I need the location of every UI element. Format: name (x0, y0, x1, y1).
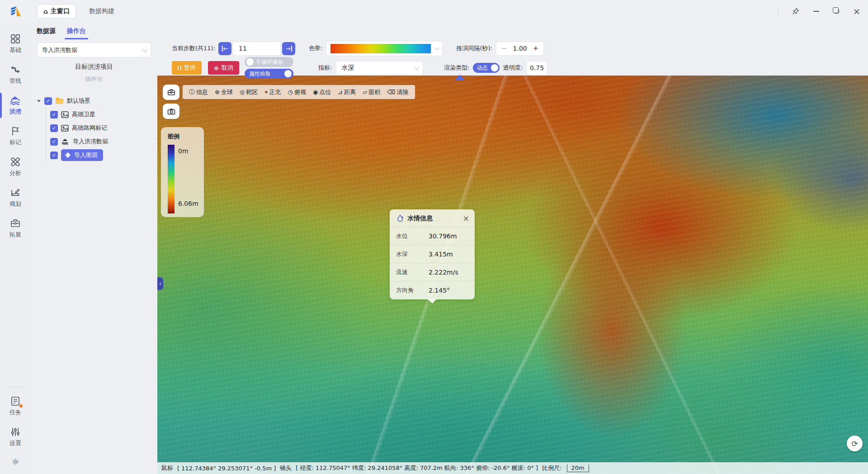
flood-icon (9, 95, 21, 106)
sidebar-item-analysis-label: 分析 (9, 169, 21, 177)
camera-parameters: [ 经度: 112.75047° 纬度: 29.241058° 高度: 707.… (296, 464, 538, 472)
tool-distance[interactable]: ⊿距离 (338, 88, 356, 96)
tool-globe[interactable]: ⊕全球 (215, 88, 233, 96)
close-button[interactable]: × (853, 7, 861, 15)
target-icon: ◎ (240, 89, 245, 95)
minus-button[interactable]: − (501, 44, 507, 52)
pipe-icon (10, 64, 21, 75)
console-subtitle: 操作台 (37, 75, 151, 83)
cancel-button[interactable]: ⊗ 取消 (208, 61, 239, 75)
tab-data-source[interactable]: 数据源 (35, 27, 57, 39)
plus-button[interactable]: + (533, 44, 539, 52)
tool-top-view[interactable]: ◷俯视 (288, 88, 306, 96)
minimize-button[interactable] (812, 7, 820, 15)
sidebar-item-extension[interactable]: 拓展 (0, 213, 31, 244)
popup-row-flow-speed: 流速2.222m/s (390, 263, 475, 281)
tool-area[interactable]: ▱面积 (363, 88, 380, 96)
refresh-button[interactable]: ⟳ (847, 436, 863, 451)
checkbox-flood-data[interactable]: ✓ (50, 138, 58, 146)
sidebar-item-flood-label: 洪涝 (9, 108, 21, 116)
toolbox-icon (167, 89, 175, 96)
selected-layer-pill[interactable]: 导入图层 (61, 149, 103, 161)
tab-main-window[interactable]: ⌂ 主窗口 (37, 4, 76, 19)
brightness-icon[interactable]: ☼ (11, 452, 19, 474)
sidebar-item-pipeline[interactable]: 管线 (0, 59, 31, 90)
popup-row-water-depth: 水深3.415m (390, 245, 475, 263)
indicator-select-value: 水深 (341, 64, 354, 72)
layer-prism-icon (65, 152, 71, 158)
sidebar-item-flood[interactable]: 洪涝 (0, 90, 31, 121)
sidebar-item-basic[interactable]: 基础 (0, 28, 31, 59)
loop-playback-toggle[interactable]: 不循环播放 (245, 57, 293, 67)
pause-button[interactable]: 暂停 (172, 61, 202, 75)
flag-icon (10, 126, 21, 137)
toggle-knob (491, 64, 498, 71)
tool-info[interactable]: ⓘ信息 (189, 88, 208, 96)
step-first-button[interactable]: ← (218, 42, 231, 55)
simulation-toolbar: 当前步数(共11): ← 11 → 色带: 推演间隔(秒): (157, 39, 868, 76)
checkbox-root[interactable]: ✓ (44, 97, 52, 105)
opacity-input[interactable]: 0.75 (526, 61, 547, 75)
tool-north[interactable]: ⌖正北 (264, 88, 281, 96)
scale-label: 比例尺: (542, 464, 561, 472)
app-logo-icon (10, 5, 24, 17)
checkbox-imported-layer[interactable]: ✓ (50, 152, 58, 159)
checkbox-roadnet[interactable]: ✓ (50, 124, 58, 132)
step-input[interactable]: 11 (233, 42, 281, 56)
colorband-select[interactable] (326, 41, 443, 56)
tree-item-imported-layer[interactable]: ✓ 导入图层 (50, 148, 151, 162)
eraser-icon: ⌫ (387, 89, 395, 95)
analysis-icon (10, 156, 21, 167)
tool-target-area[interactable]: ◎靶区 (240, 88, 258, 96)
map-status-bar: 鼠标 [ 112.74384° 29.253071° -0.5m ] 镜头 [ … (157, 462, 868, 474)
camera-label: 镜头 (280, 464, 292, 472)
tab-main-window-label: 主窗口 (51, 7, 70, 15)
mouse-coordinates: [ 112.74384° 29.253071° -0.5m ] (177, 465, 276, 472)
water-info-popup: 水情信息 × 水位30.796m 水深3.415m 流速2.222m/s (390, 209, 475, 299)
sidebar-item-analysis[interactable]: 分析 (0, 152, 31, 182)
step-last-button[interactable]: → (282, 42, 295, 55)
sidebar-item-settings-label: 设置 (9, 439, 21, 447)
sidebar-item-settings[interactable]: 设置 (0, 422, 31, 452)
task-badge (19, 404, 23, 408)
sidebar-item-tasks[interactable]: 任务 (0, 391, 31, 422)
sidebar-item-marker[interactable]: 标记 (0, 121, 31, 152)
tab-data-build[interactable]: 数据构建 (83, 5, 120, 18)
tree-item-satellite[interactable]: ✓ 高德卫星 (50, 108, 151, 121)
interval-stepper[interactable]: − 1.00 + (496, 42, 544, 56)
map-viewport[interactable]: ⓘ信息 ⊕全球 ◎靶区 ⌖正北 ◷俯视 ◉点位 ⊿距离 ▱面积 ⌫清除 (157, 76, 868, 474)
interval-value: 1.00 (513, 45, 527, 52)
tree-item-flood-data-label: 导入洪涝数据 (73, 137, 108, 146)
maximize-button[interactable] (832, 7, 840, 15)
water-drop-icon (396, 214, 404, 223)
indicator-select[interactable]: 水深 (336, 61, 423, 75)
render-type-toggle[interactable]: 动态 (473, 63, 500, 73)
tree-item-flood-data[interactable]: ✓ 导入洪涝数据 (50, 135, 151, 148)
tool-clear[interactable]: ⌫清除 (387, 88, 408, 96)
colorband-gradient (330, 44, 431, 53)
screenshot-button[interactable] (163, 104, 179, 119)
panel-collapse-handle[interactable]: ‹ (157, 277, 163, 290)
pin-icon[interactable] (792, 7, 800, 15)
colorband-label: 色带: (309, 44, 322, 52)
sidebar-item-planning[interactable]: 规划 (0, 182, 31, 213)
tool-point[interactable]: ◉点位 (313, 88, 331, 96)
toolbox-button[interactable] (163, 85, 179, 100)
target-project-title: 目标洪涝项目 (37, 63, 151, 71)
layer-tree: ✓ 默认场景 ✓ 高德卫星 (37, 94, 151, 162)
popup-close-icon[interactable]: × (463, 215, 469, 223)
folder-icon (55, 97, 64, 104)
chevron-down-icon (414, 65, 419, 70)
attribute-pick-toggle[interactable]: 属性拾取 (245, 69, 293, 79)
dataset-select[interactable]: 导入洪涝数据 (37, 43, 151, 57)
tree-root-row[interactable]: ✓ 默认场景 (37, 94, 151, 108)
flood-data-icon (61, 138, 70, 145)
toolbar-collapse-arrow-icon[interactable] (455, 75, 465, 80)
tree-item-satellite-label: 高德卫星 (72, 110, 95, 118)
tree-item-roadnet[interactable]: ✓ 高德路网标记 (50, 121, 151, 135)
checkbox-satellite[interactable]: ✓ (50, 111, 58, 118)
sidebar-item-extension-label: 拓展 (9, 231, 21, 239)
caret-down-icon[interactable] (37, 100, 41, 102)
pause-button-label: 暂停 (184, 64, 196, 72)
tab-console[interactable]: 操作台 (66, 27, 87, 39)
